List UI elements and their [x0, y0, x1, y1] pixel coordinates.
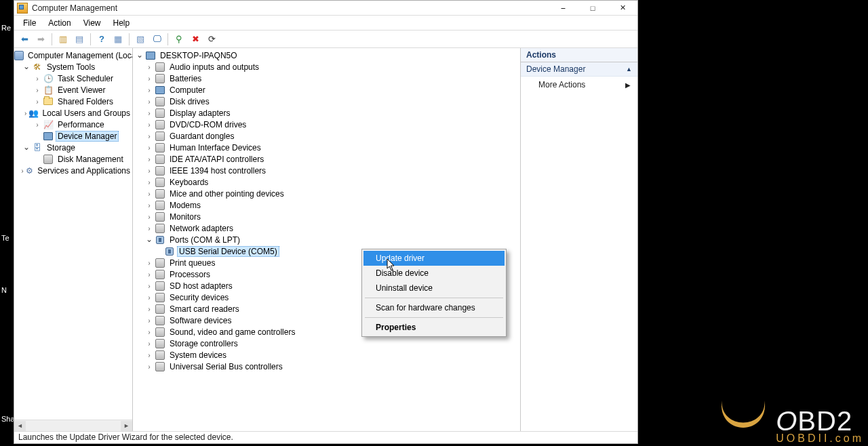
tree-shared-folders[interactable]: Shared Folders: [14, 96, 132, 107]
cat-usb-controllers[interactable]: Universal Serial Bus controllers: [133, 361, 520, 372]
cat-audio[interactable]: Audio inputs and outputs: [133, 61, 520, 73]
tree-root[interactable]: Computer Management (Local: [14, 49, 132, 61]
minimize-button[interactable]: ‒: [548, 1, 578, 16]
show-hide-tree-button[interactable]: ▥: [56, 32, 71, 47]
cat-dvd[interactable]: DVD/CD-ROM drives: [133, 119, 520, 130]
tree-disk-management[interactable]: Disk Management: [14, 153, 132, 165]
expand-icon[interactable]: [144, 154, 155, 164]
cat-disk-drives[interactable]: Disk drives: [133, 96, 520, 107]
expand-icon[interactable]: [144, 361, 155, 371]
cat-keyboards[interactable]: Keyboards: [133, 176, 520, 188]
left-scrollbar[interactable]: ◄ ►: [14, 420, 132, 431]
expand-icon[interactable]: [144, 200, 155, 210]
cat-ports[interactable]: Ports (COM & LPT): [133, 234, 520, 245]
cat-ide[interactable]: IDE ATA/ATAPI controllers: [133, 153, 520, 165]
expand-icon[interactable]: [144, 281, 155, 291]
expand-icon[interactable]: [19, 165, 26, 176]
forward-button[interactable]: ➡: [33, 32, 48, 47]
expand-icon[interactable]: [32, 73, 43, 83]
cat-display-adapters[interactable]: Display adapters: [133, 107, 520, 119]
collapse-icon: ▲: [626, 66, 632, 73]
expand-icon[interactable]: [144, 73, 155, 83]
expand-icon[interactable]: [144, 96, 155, 106]
device-host[interactable]: DESKTOP-IPAQN5O: [133, 49, 520, 61]
more-actions[interactable]: More Actions ▶: [521, 77, 637, 93]
expand-icon[interactable]: [144, 327, 155, 337]
scroll-track[interactable]: [26, 421, 121, 431]
expand-icon[interactable]: [144, 119, 155, 129]
expand-icon[interactable]: [144, 211, 155, 222]
expand-icon[interactable]: [144, 108, 155, 118]
expand-icon[interactable]: [144, 292, 155, 302]
expand-icon[interactable]: [144, 338, 155, 348]
update-driver-button[interactable]: ⟳: [204, 32, 219, 47]
ctx-properties[interactable]: Properties: [363, 320, 505, 335]
expand-icon[interactable]: [144, 269, 155, 279]
cat-monitors[interactable]: Monitors: [133, 211, 520, 222]
cat-modems[interactable]: Modems: [133, 199, 520, 211]
expand-icon[interactable]: [32, 96, 43, 106]
list-view-button[interactable]: ▦: [111, 32, 125, 47]
expand-icon[interactable]: [144, 142, 155, 153]
expand-icon[interactable]: [144, 235, 155, 245]
tree-event-viewer[interactable]: 📋 Event Viewer: [14, 84, 132, 96]
properties-icon: ▤: [75, 35, 83, 43]
ctx-scan-hardware[interactable]: Scan for hardware changes: [363, 300, 505, 315]
detail-view-button[interactable]: ▧: [133, 32, 148, 47]
tree-storage[interactable]: 🗄 Storage: [14, 142, 132, 153]
actions-section[interactable]: Device Manager ▲: [521, 62, 637, 77]
ctx-update-driver[interactable]: Update driver: [363, 251, 505, 266]
ctx-uninstall-device[interactable]: Uninstall device: [363, 281, 505, 296]
scroll-left-button[interactable]: ◄: [14, 421, 26, 431]
menu-file[interactable]: File: [17, 17, 42, 29]
expand-icon[interactable]: [144, 165, 155, 176]
expand-icon[interactable]: [21, 62, 32, 72]
scan-hardware-button[interactable]: ⚲: [172, 32, 186, 47]
device-tree-panel: DESKTOP-IPAQN5O Audio inputs and outputs…: [133, 48, 521, 431]
cat-system-devices[interactable]: System devices: [133, 349, 520, 361]
ctx-disable-device[interactable]: Disable device: [363, 266, 505, 281]
cat-guardant[interactable]: Guardant dongles: [133, 130, 520, 142]
expand-icon[interactable]: [144, 258, 155, 268]
expand-icon[interactable]: [144, 223, 155, 233]
tree-task-scheduler[interactable]: 🕒 Task Scheduler: [14, 73, 132, 84]
tree-services-apps[interactable]: ⚙ Services and Applications: [14, 165, 132, 176]
cat-mice[interactable]: Mice and other pointing devices: [133, 188, 520, 199]
tree-performance[interactable]: 📈 Performance: [14, 119, 132, 130]
expand-icon[interactable]: [144, 85, 155, 95]
menu-view[interactable]: View: [77, 17, 107, 29]
monitor-toolbar-button[interactable]: 🖵: [149, 32, 164, 47]
expand-icon[interactable]: [144, 177, 155, 187]
expand-icon[interactable]: [23, 108, 28, 118]
titlebar[interactable]: Computer Management ‒ □ ✕: [14, 1, 637, 16]
cat-network[interactable]: Network adapters: [133, 222, 520, 234]
expand-icon[interactable]: [144, 304, 155, 314]
back-button[interactable]: ⬅: [17, 32, 32, 47]
maximize-button[interactable]: □: [578, 1, 608, 16]
scroll-right-button[interactable]: ►: [121, 421, 132, 431]
help-toolbar-button[interactable]: ?: [94, 32, 109, 47]
expand-icon[interactable]: [144, 131, 155, 141]
properties-toolbar-button[interactable]: ▤: [72, 32, 87, 47]
tree-system-tools[interactable]: 🛠 System Tools: [14, 61, 132, 73]
cat-computer[interactable]: Computer: [133, 84, 520, 96]
expand-icon[interactable]: [144, 62, 155, 72]
expand-icon[interactable]: [144, 315, 155, 325]
expand-icon[interactable]: [144, 350, 155, 360]
cat-hid[interactable]: Human Interface Devices: [133, 142, 520, 153]
tree-local-users[interactable]: 👥 Local Users and Groups: [14, 107, 132, 119]
close-button[interactable]: ✕: [608, 1, 637, 16]
uninstall-button[interactable]: ✖: [188, 32, 203, 47]
tree-device-manager[interactable]: Device Manager: [14, 130, 132, 142]
cat-batteries[interactable]: Batteries: [133, 73, 520, 84]
menu-action[interactable]: Action: [42, 17, 77, 29]
expand-icon[interactable]: [134, 50, 145, 60]
expand-icon[interactable]: [21, 142, 32, 153]
expand-icon[interactable]: [32, 85, 43, 95]
cat-ieee1394[interactable]: IEEE 1394 host controllers: [133, 165, 520, 176]
menu-help[interactable]: Help: [107, 17, 136, 29]
expand-icon[interactable]: [144, 188, 155, 199]
console-tree[interactable]: Computer Management (Local 🛠 System Tool…: [14, 48, 132, 420]
expand-icon[interactable]: [32, 119, 43, 129]
cat-storage-controllers[interactable]: Storage controllers: [133, 338, 520, 349]
